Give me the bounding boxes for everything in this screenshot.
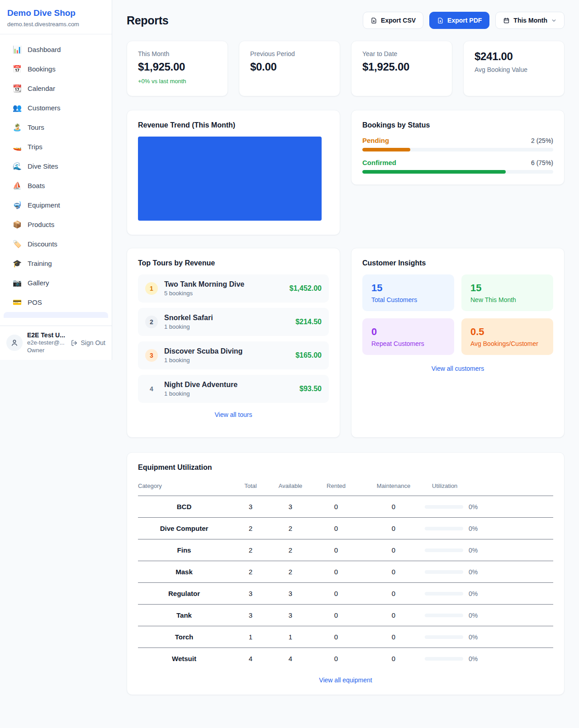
insight-tiles: 15 Total Customers 15 New This Month 0 R… (362, 274, 553, 355)
sidebar-item-label: Calendar (28, 85, 55, 92)
user-role: Owner (27, 346, 66, 355)
sidebar-item-products[interactable]: 📦 Products (0, 215, 112, 234)
brand-title[interactable]: Demo Dive Shop (7, 8, 104, 18)
sidebar-item-pos[interactable]: 💳 POS (0, 293, 112, 312)
tour-row: 2 Snorkel Safari 1 booking $214.50 (138, 308, 329, 336)
customers-icon: 👥 (13, 104, 22, 112)
revenue-trend-title: Revenue Trend (This Month) (138, 121, 329, 129)
table-row: BCD 3 3 0 0 0% (138, 496, 553, 518)
tile-total-customers: 15 Total Customers (362, 274, 454, 311)
status-value-pending: 2 (25%) (531, 137, 553, 144)
export-pdf-button[interactable]: Export PDF (429, 12, 489, 29)
brand-block: Demo Dive Shop demo.test.divestreams.com (0, 0, 112, 34)
stat-value: $241.00 (475, 50, 553, 63)
col-header-total: Total (230, 478, 271, 496)
sidebar-item-equipment[interactable]: 🤿 Equipment (0, 195, 112, 215)
sidebar-item-calendar[interactable]: 📆 Calendar (0, 79, 112, 98)
view-all-customers-link[interactable]: View all customers (362, 365, 553, 372)
table-row: Tank 3 3 0 0 0% (138, 605, 553, 626)
view-all-tours-link[interactable]: View all tours (138, 411, 329, 418)
view-all-equipment-link[interactable]: View all equipment (138, 676, 553, 684)
sidebar-item-label: Tours (28, 123, 44, 131)
sidebar-item-boats[interactable]: ⛵ Boats (0, 176, 112, 195)
status-bar-fill-confirmed (362, 170, 506, 174)
dive-sites-icon: 🌊 (13, 162, 22, 170)
customer-insights-title: Customer Insights (362, 259, 553, 267)
period-label: This Month (513, 17, 547, 24)
file-download-icon (437, 17, 444, 24)
sidebar-item-tours[interactable]: 🏝️ Tours (0, 118, 112, 137)
cell-rented: 0 (310, 539, 362, 561)
equipment-utilization-title: Equipment Utilization (138, 463, 553, 472)
sidebar-item-label: Training (28, 260, 52, 267)
cell-maintenance: 0 (362, 561, 425, 583)
tile-new-this-month: 15 New This Month (461, 274, 553, 311)
file-download-icon (370, 17, 377, 24)
sidebar-item-customers[interactable]: 👥 Customers (0, 98, 112, 118)
stat-value: $0.00 (250, 61, 329, 73)
cell-rented: 0 (310, 583, 362, 605)
cell-total: 1 (230, 626, 271, 648)
cell-total: 3 (230, 583, 271, 605)
stat-card-year-to-date: Year to Date $1,925.00 (351, 41, 452, 96)
sidebar-item-gallery[interactable]: 📷 Gallery (0, 273, 112, 293)
sidebar-item-dashboard[interactable]: 📊 Dashboard (0, 40, 112, 59)
page-title: Reports (127, 14, 168, 27)
tile-value: 0.5 (470, 326, 544, 338)
trips-icon: 🚤 (13, 142, 22, 151)
tile-value: 15 (470, 282, 544, 294)
sidebar-item-dive-sites[interactable]: 🌊 Dive Sites (0, 156, 112, 176)
sidebar-item-label: POS (28, 298, 42, 306)
cell-available: 4 (271, 648, 310, 670)
sign-out-button[interactable]: Sign Out (71, 339, 105, 347)
boats-icon: ⛵ (13, 181, 22, 190)
tour-list: 1 Two Tank Morning Dive 5 bookings $1,45… (138, 274, 329, 403)
sidebar-item-training[interactable]: 🎓 Training (0, 254, 112, 273)
cell-available: 3 (271, 583, 310, 605)
col-header-available: Available (271, 478, 310, 496)
stat-card-this-month: This Month $1,925.00 +0% vs last month (127, 41, 228, 96)
equipment-table: Category Total Available Rented Maintena… (138, 478, 553, 669)
period-dropdown[interactable]: This Month (495, 12, 565, 29)
status-row-confirmed: Confirmed 6 (75%) (362, 159, 553, 174)
sign-out-icon (71, 339, 78, 347)
utilization-pct: 0% (469, 655, 478, 662)
sidebar-item-reports-active-partial[interactable] (4, 312, 108, 318)
tour-amount: $93.50 (299, 385, 322, 393)
user-footer: E2E Test U... e2e-tester@... Owner Sign … (0, 326, 112, 360)
tour-amount: $214.50 (295, 318, 322, 326)
dashboard-icon: 📊 (13, 45, 22, 54)
sidebar-item-trips[interactable]: 🚤 Trips (0, 137, 112, 156)
charts-row: Revenue Trend (This Month) Bookings by S… (127, 110, 565, 235)
cell-category: Mask (138, 561, 230, 583)
training-icon: 🎓 (13, 259, 22, 268)
rank-badge: 3 (145, 349, 158, 362)
user-icon (10, 339, 19, 347)
sidebar-item-label: Equipment (28, 201, 60, 209)
sidebar-item-label: Trips (28, 143, 43, 151)
export-csv-button[interactable]: Export CSV (363, 12, 423, 29)
tour-amount: $1,452.00 (290, 284, 322, 293)
bookings-by-status-title: Bookings by Status (362, 121, 553, 129)
tour-bookings: 1 booking (164, 357, 289, 364)
sidebar-item-discounts[interactable]: 🏷️ Discounts (0, 234, 112, 254)
sidebar-item-bookings[interactable]: 📅 Bookings (0, 59, 112, 79)
table-row: Regulator 3 3 0 0 0% (138, 583, 553, 605)
export-pdf-label: Export PDF (447, 17, 482, 24)
sidebar-item-label: Products (28, 221, 54, 228)
table-row: Dive Computer 2 2 0 0 0% (138, 518, 553, 539)
sidebar-item-label: Bookings (28, 65, 56, 73)
main-content: Reports Export CSV Export PDF This Month (112, 0, 579, 713)
stat-delta: +0% vs last month (138, 78, 217, 85)
user-name: E2E Test U... (27, 331, 66, 339)
calendar-icon: 📆 (13, 84, 22, 93)
sidebar-nav: 📊 Dashboard 📅 Bookings 📆 Calendar 👥 Cust… (0, 34, 112, 326)
bookings-by-status-card: Bookings by Status Pending 2 (25%) Confi… (351, 110, 565, 185)
tile-repeat-customers: 0 Repeat Customers (362, 318, 454, 355)
top-tours-title: Top Tours by Revenue (138, 259, 329, 267)
utilization-bar (425, 548, 463, 552)
lists-row: Top Tours by Revenue 1 Two Tank Morning … (127, 248, 565, 438)
cell-available: 3 (271, 605, 310, 626)
utilization-pct: 0% (469, 633, 478, 641)
tour-name: Discover Scuba Diving (164, 347, 289, 355)
